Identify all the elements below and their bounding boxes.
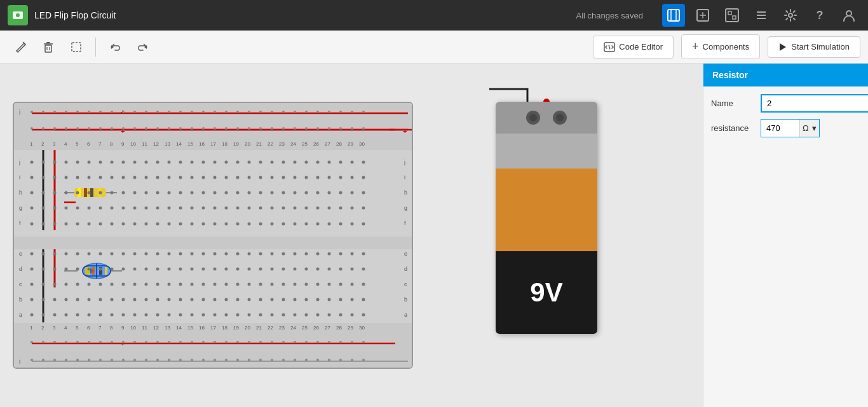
name-input[interactable] — [761, 94, 868, 113]
svg-text:6: 6 — [87, 325, 90, 331]
svg-rect-17 — [45, 45, 51, 52]
svg-text:7: 7 — [98, 325, 102, 331]
svg-text:27: 27 — [325, 141, 330, 147]
svg-text:20: 20 — [245, 325, 250, 331]
svg-text:i: i — [19, 358, 20, 365]
svg-text:18: 18 — [222, 141, 227, 147]
svg-text:23: 23 — [279, 141, 285, 147]
resistance-input-wrapper: Ω ▾ — [761, 119, 820, 137]
main-area: i + + + — [0, 64, 868, 407]
svg-text:28: 28 — [336, 325, 342, 331]
svg-text:29: 29 — [348, 141, 353, 147]
breadboard[interactable]: i + + + — [13, 102, 413, 369]
svg-text:+: + — [403, 127, 407, 135]
svg-rect-135 — [78, 188, 81, 197]
svg-text:23: 23 — [279, 325, 285, 331]
design-tab-btn[interactable] — [662, 4, 685, 27]
svg-text:26: 26 — [313, 325, 319, 331]
canvas-area[interactable]: i + + + — [0, 64, 703, 407]
app-logo[interactable] — [8, 5, 28, 25]
svg-text:2: 2 — [41, 325, 44, 331]
help-btn[interactable]: ? — [808, 4, 831, 27]
panel-title: Resistor — [712, 70, 748, 80]
ohm-symbol: Ω — [803, 123, 809, 133]
svg-rect-137 — [90, 188, 93, 197]
resistance-input[interactable] — [761, 120, 799, 136]
top-navigation: LED Flip Flop Circuit All changes saved — [0, 0, 868, 31]
svg-rect-147 — [85, 267, 90, 275]
svg-text:5: 5 — [76, 325, 79, 331]
panel-header: Resistor — [703, 64, 868, 86]
svg-text:1: 1 — [30, 141, 33, 147]
right-panel: Resistor Name resistance Ω ▾ — [703, 64, 868, 407]
svg-text:10: 10 — [130, 141, 136, 147]
svg-text:2: 2 — [41, 141, 44, 147]
svg-marker-27 — [780, 43, 786, 51]
svg-text:a: a — [19, 312, 22, 318]
resistance-field: resistance Ω ▾ — [711, 119, 860, 137]
toolbar: Code Editor + Components Start Simulatio… — [0, 31, 868, 64]
svg-text:24: 24 — [290, 325, 296, 331]
svg-text:17: 17 — [210, 141, 216, 147]
svg-rect-9 — [728, 11, 731, 15]
start-simulation-label: Start Simulation — [791, 42, 850, 52]
svg-text:8: 8 — [110, 325, 113, 331]
svg-rect-136 — [84, 188, 87, 197]
svg-text:d: d — [404, 266, 407, 272]
pcb-tab-btn[interactable] — [721, 4, 743, 27]
redo-btn[interactable] — [130, 34, 156, 60]
svg-rect-22 — [72, 43, 81, 52]
svg-rect-138 — [98, 188, 101, 197]
svg-text:j: j — [403, 159, 405, 165]
svg-text:g: g — [404, 205, 407, 211]
svg-text:b: b — [19, 296, 22, 303]
svg-text:27: 27 — [325, 325, 330, 331]
name-label: Name — [711, 99, 756, 108]
svg-text:15: 15 — [187, 325, 193, 331]
code-editor-label: Code Editor — [619, 42, 663, 52]
svg-text:12: 12 — [153, 325, 159, 331]
svg-text:c: c — [19, 281, 22, 287]
svg-rect-150 — [105, 267, 107, 275]
delete-tool-btn[interactable] — [36, 34, 61, 60]
svg-point-14 — [789, 13, 792, 17]
undo-btn[interactable] — [102, 34, 128, 60]
code-editor-btn[interactable]: Code Editor — [593, 36, 674, 59]
start-simulation-btn[interactable]: Start Simulation — [768, 36, 860, 58]
resistance-unit: Ω ▾ — [799, 120, 819, 137]
svg-rect-39 — [14, 237, 413, 249]
svg-text:h: h — [404, 190, 407, 196]
bom-tab-btn[interactable] — [750, 4, 773, 27]
project-title: LED Flip Flop Circuit — [34, 10, 569, 20]
svg-text:30: 30 — [359, 141, 365, 147]
svg-point-1 — [16, 13, 20, 17]
svg-text:i: i — [19, 109, 20, 116]
svg-text:11: 11 — [142, 141, 147, 147]
svg-text:19: 19 — [233, 325, 239, 331]
settings-btn[interactable] — [779, 4, 802, 27]
svg-text:22: 22 — [268, 141, 273, 147]
draw-tool-btn[interactable] — [8, 34, 33, 60]
svg-text:13: 13 — [165, 325, 170, 331]
svg-text:21: 21 — [256, 141, 262, 147]
battery: 9V — [496, 102, 597, 343]
svg-text:9: 9 — [121, 325, 125, 331]
svg-text:5: 5 — [76, 141, 79, 147]
svg-text:14: 14 — [176, 141, 182, 147]
svg-text:16: 16 — [199, 325, 205, 331]
dropdown-arrow[interactable]: ▾ — [812, 123, 817, 133]
svg-text:22: 22 — [268, 325, 273, 331]
svg-text:14: 14 — [176, 325, 182, 331]
components-btn[interactable]: + Components — [681, 34, 760, 59]
svg-rect-2 — [668, 10, 679, 21]
battery-voltage-label: 9V — [530, 277, 562, 308]
svg-text:7: 7 — [98, 141, 102, 147]
profile-btn[interactable] — [837, 4, 860, 27]
svg-text:15: 15 — [187, 141, 193, 147]
select-tool-btn[interactable] — [64, 34, 89, 60]
svg-text:i: i — [19, 174, 20, 181]
schematic-tab-btn[interactable] — [691, 4, 714, 27]
svg-line-26 — [609, 45, 611, 49]
svg-text:9: 9 — [121, 141, 125, 147]
svg-text:3: 3 — [53, 325, 56, 331]
